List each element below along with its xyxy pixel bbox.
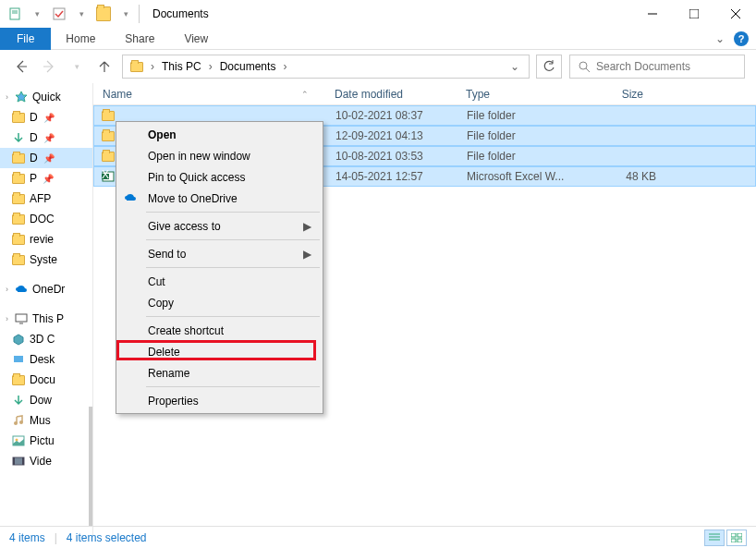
window-title: Documents [152, 7, 209, 20]
chevron-right-icon[interactable]: › [6, 314, 8, 323]
sidebar-item[interactable]: ›This P [0, 309, 92, 329]
sidebar-item[interactable]: revie [0, 229, 92, 250]
column-name[interactable]: Name⌃ [99, 88, 335, 101]
close-button[interactable] [714, 0, 756, 28]
maximize-button[interactable] [673, 0, 714, 28]
chevron-right-icon[interactable]: › [6, 285, 8, 294]
svg-rect-3 [54, 8, 65, 19]
qat-folder-icon[interactable] [96, 6, 111, 21]
menu-item-properties[interactable]: Properties [118, 390, 321, 411]
address-bar[interactable]: › This PC › Documents › ⌄ [122, 55, 530, 79]
breadcrumb-folder[interactable]: Documents [216, 60, 280, 73]
column-size[interactable]: Size [577, 88, 660, 101]
qat-dropdown-icon[interactable]: ▾ [30, 6, 44, 21]
sidebar-item[interactable]: Dow [0, 390, 92, 410]
column-date[interactable]: Date modified [335, 88, 466, 101]
folder-icon [11, 372, 26, 387]
nav-row: ▾ › This PC › Documents › ⌄ Search Docum… [0, 50, 756, 83]
context-menu: OpenOpen in new windowPin to Quick acces… [116, 121, 323, 414]
ribbon-chevron-icon[interactable]: ⌄ [715, 32, 725, 45]
sidebar-item[interactable]: D📌 [0, 128, 92, 148]
menu-item-label: Cut [148, 275, 165, 288]
chevron-right-icon[interactable]: › [6, 92, 8, 102]
help-button[interactable]: ? [734, 31, 749, 46]
menu-item-create-shortcut[interactable]: Create shortcut [118, 320, 321, 341]
sidebar-item[interactable]: 3D C [0, 329, 92, 349]
minimize-button[interactable] [631, 0, 673, 28]
sidebar-item[interactable]: P📌 [0, 168, 92, 189]
address-folder-icon[interactable] [127, 62, 147, 72]
chevron-right-icon[interactable]: › [149, 60, 156, 73]
recent-dropdown[interactable]: ▾ [67, 56, 87, 77]
sidebar-item[interactable]: ›Quick [0, 87, 92, 107]
pic-icon [11, 433, 26, 448]
menu-item-open[interactable]: Open [118, 124, 321, 145]
sidebar-item[interactable]: AFP [0, 189, 92, 209]
menu-item-give-access-to[interactable]: Give access to▶ [118, 215, 321, 237]
up-button[interactable] [94, 56, 115, 77]
down-icon [11, 393, 26, 408]
tab-share[interactable]: Share [110, 29, 169, 49]
menu-item-rename[interactable]: Rename [118, 362, 321, 384]
forward-button[interactable] [39, 56, 59, 77]
sidebar-item-label: OneDr [32, 283, 65, 296]
down-icon [11, 130, 26, 145]
address-dropdown-icon[interactable]: ⌄ [505, 60, 525, 73]
qat-check-icon[interactable] [52, 6, 67, 21]
menu-item-delete[interactable]: Delete [118, 341, 321, 362]
svg-rect-29 [738, 533, 742, 537]
sidebar-item-label: 3D C [30, 333, 55, 346]
sort-indicator-icon: ⌃ [301, 90, 309, 99]
menu-item-cut[interactable]: Cut [118, 271, 321, 292]
sidebar-item-label: Quick [32, 91, 61, 104]
menu-item-label: Open [148, 128, 177, 141]
menu-separator [146, 239, 320, 240]
svg-rect-12 [16, 314, 27, 322]
sidebar-item[interactable]: Pictu [0, 431, 92, 451]
chevron-right-icon: ▶ [303, 248, 311, 261]
status-selected: 4 items selected [67, 531, 147, 544]
file-date: 10-08-2021 03:53 [335, 150, 467, 163]
menu-item-pin-to-quick-access[interactable]: Pin to Quick access [118, 166, 321, 188]
refresh-button[interactable] [536, 55, 562, 79]
file-size: 48 KB [578, 170, 656, 183]
tab-view[interactable]: View [169, 29, 223, 49]
qat-dropdown2-icon[interactable]: ▾ [74, 6, 89, 21]
file-date: 12-09-2021 04:13 [335, 129, 467, 142]
sidebar-item[interactable]: Syste [0, 250, 92, 270]
tab-home[interactable]: Home [51, 29, 110, 49]
sidebar-item[interactable]: Docu [0, 370, 92, 390]
menu-item-move-to-onedrive[interactable]: Move to OneDrive [118, 188, 321, 209]
sidebar-item-label: D [30, 152, 38, 164]
sidebar-item-label: D [30, 131, 38, 144]
chevron-right-icon[interactable]: › [281, 60, 288, 73]
view-details-button[interactable] [704, 530, 725, 546]
back-button[interactable] [11, 56, 31, 77]
status-count: 4 items [9, 531, 45, 544]
chevron-right-icon[interactable]: › [207, 60, 214, 73]
menu-item-label: Create shortcut [148, 324, 224, 337]
sidebar-item[interactable]: D📌 [0, 148, 92, 168]
desk-icon [11, 352, 26, 367]
breadcrumb-pc[interactable]: This PC [158, 60, 205, 73]
sidebar-item[interactable]: ›OneDr [0, 279, 92, 299]
search-icon [578, 60, 591, 73]
sidebar-item-label: P [30, 172, 37, 185]
search-input[interactable]: Search Documents [569, 55, 745, 79]
sidebar-item[interactable]: D📌 [0, 107, 92, 128]
sidebar-item-label: Desk [30, 353, 55, 366]
column-type[interactable]: Type [466, 88, 577, 101]
file-tab[interactable]: File [0, 28, 51, 50]
sidebar-item[interactable]: Desk [0, 349, 92, 370]
sidebar-item[interactable]: DOC [0, 209, 92, 229]
sidebar-item[interactable]: Vide [0, 451, 92, 471]
menu-item-send-to[interactable]: Send to▶ [118, 243, 321, 264]
qat-properties-icon[interactable] [7, 6, 22, 21]
sidebar-scrollbar[interactable] [89, 407, 92, 527]
qat-dropdown3-icon[interactable]: ▾ [118, 6, 133, 21]
view-icons-button[interactable] [726, 530, 747, 546]
sidebar-item[interactable]: Mus [0, 410, 92, 431]
menu-item-open-in-new-window[interactable]: Open in new window [118, 145, 321, 166]
menu-item-copy[interactable]: Copy [118, 292, 321, 313]
pin-icon: 📌 [43, 113, 55, 123]
